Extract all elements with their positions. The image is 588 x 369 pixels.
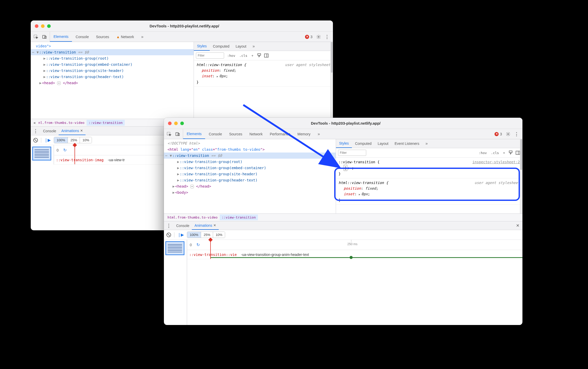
add-rule-button[interactable]: + xyxy=(502,150,506,155)
drawer-menu[interactable]: ⋮ xyxy=(31,129,40,133)
panel-icon[interactable] xyxy=(515,150,520,155)
anim-target: ::view-transition-imag xyxy=(54,158,106,162)
tab-console[interactable]: Console xyxy=(205,129,225,139)
drawer-close[interactable]: ✕ xyxy=(513,223,522,228)
clear-icon[interactable] xyxy=(33,138,38,143)
animation-groups xyxy=(31,145,54,165)
tab-sources[interactable]: Sources xyxy=(92,32,113,42)
device-icon[interactable] xyxy=(175,132,180,137)
drawer-tab-animations[interactable]: Animations✕ xyxy=(59,127,85,135)
crumb-html[interactable]: nl.from-thumbs.to-video xyxy=(36,120,87,126)
anim-thumb[interactable] xyxy=(166,242,184,255)
time-zero: 0 xyxy=(54,148,61,152)
replay-icon[interactable]: ↻ xyxy=(194,242,202,247)
close-icon[interactable]: ✕ xyxy=(213,223,216,227)
add-rule-button[interactable]: + xyxy=(250,53,255,58)
brush-icon[interactable] xyxy=(257,53,262,58)
traffic-lights xyxy=(168,122,184,125)
error-icon: ✕ xyxy=(495,132,499,136)
hov-button[interactable]: :hov xyxy=(226,53,236,58)
window-title: DevTools - http203-playlist.netlify.app/ xyxy=(55,24,313,28)
speed-25[interactable]: 25% xyxy=(68,137,80,143)
drawer-tab-console[interactable]: Console xyxy=(174,221,192,230)
filter-input[interactable] xyxy=(196,52,224,59)
minimize-dot[interactable] xyxy=(41,24,45,28)
subtab-layout[interactable]: Layout xyxy=(375,139,392,148)
dom-selected[interactable]: ⋯ ▼::view-transition == $0 xyxy=(31,49,194,55)
anim-name: -ua-view-transition-group-anim-header-te… xyxy=(241,253,309,257)
close-icon[interactable]: ✕ xyxy=(80,129,83,133)
subtab-styles[interactable]: Styles xyxy=(194,42,210,51)
css-rule-new[interactable]: inspector-stylesheet:2 ::view-transition… xyxy=(336,158,522,178)
svg-point-3 xyxy=(318,36,319,37)
panel-icon[interactable] xyxy=(264,53,269,58)
svg-rect-12 xyxy=(516,151,520,154)
crumb-html[interactable]: html.from-thumbs.to-video xyxy=(165,214,220,220)
annotation-arrow xyxy=(238,100,348,177)
tab-elements[interactable]: Elements xyxy=(183,129,205,139)
crumb-selected[interactable]: ::view-transition xyxy=(220,214,258,220)
inspect-icon[interactable] xyxy=(166,132,172,137)
drawer-tabs: ⋮ Console Animations✕ ✕ xyxy=(164,221,522,230)
subtab-computed[interactable]: Computed xyxy=(352,139,375,148)
error-count[interactable]: ✕3 xyxy=(495,132,502,136)
anim-target: ::view-transition::vie xyxy=(187,253,239,257)
time-zero: 0 xyxy=(187,243,194,247)
device-icon[interactable] xyxy=(42,34,47,39)
minimize-dot[interactable] xyxy=(174,122,178,125)
play-icon[interactable]: ❘▶ xyxy=(44,138,51,143)
play-icon[interactable]: ❘▶ xyxy=(177,232,184,237)
speed-10[interactable]: 10% xyxy=(80,137,92,143)
subtab-computed[interactable]: Computed xyxy=(210,42,233,51)
main-toolbar: Elements Console Sources ▲Network » ✕3 ⋮ xyxy=(31,32,333,42)
tab-elements[interactable]: Elements xyxy=(50,32,72,42)
zoom-dot[interactable] xyxy=(180,122,184,125)
subtab-more[interactable]: » xyxy=(249,42,258,51)
error-count[interactable]: ✕3 xyxy=(305,35,312,39)
speed-segment: 100% 25% 10% xyxy=(54,137,92,143)
css-rule-ua[interactable]: user agent stylesheet html::view-transit… xyxy=(336,178,522,205)
drawer-tab-animations[interactable]: Animations✕ xyxy=(192,221,218,230)
timeline[interactable]: 0 ↻ 250 ms ::view-transition::vie -ua-vi… xyxy=(187,240,522,325)
hov-button[interactable]: :hov xyxy=(478,150,488,155)
scrollbar[interactable] xyxy=(520,139,522,213)
speed-25[interactable]: 25% xyxy=(201,232,213,238)
keyframe-dot[interactable] xyxy=(350,256,353,259)
svg-rect-4 xyxy=(258,54,261,56)
anim-thumb[interactable] xyxy=(33,147,51,160)
gear-icon[interactable] xyxy=(316,34,321,39)
speed-10[interactable]: 10% xyxy=(213,232,225,238)
crumb-selected[interactable]: ::view-transition xyxy=(87,120,125,126)
more-tabs[interactable]: » xyxy=(138,32,147,42)
dom-tree[interactable]: video"> ⋯ ▼::view-transition == $0 ▶::vi… xyxy=(31,42,194,87)
drawer-tab-console[interactable]: Console xyxy=(40,127,59,135)
tab-network[interactable]: ▲Network xyxy=(113,32,138,42)
warning-icon: ▲ xyxy=(116,35,120,39)
styles-tabs: Styles Computed Layout » xyxy=(194,42,333,51)
replay-icon[interactable]: ↻ xyxy=(61,148,69,153)
error-icon: ✕ xyxy=(305,35,309,39)
kebab-icon[interactable]: ⋮ xyxy=(325,35,329,39)
speed-100[interactable]: 100% xyxy=(187,232,201,238)
clear-icon[interactable] xyxy=(166,233,171,237)
subtab-layout[interactable]: Layout xyxy=(233,42,249,51)
breadcrumb[interactable]: html.from-thumbs.to-video ::view-transit… xyxy=(164,213,522,221)
subtab-more[interactable]: » xyxy=(422,139,431,148)
crumb-scroll-left[interactable]: ◀ xyxy=(32,121,36,125)
inspect-icon[interactable] xyxy=(33,34,38,39)
css-rule-ua[interactable]: user agent stylesheet html::view-transit… xyxy=(194,60,333,87)
styles-tabs: Styles Computed Layout Event Listeners » xyxy=(336,139,522,148)
tab-console[interactable]: Console xyxy=(72,32,92,42)
gear-icon[interactable] xyxy=(506,132,511,137)
anim-name: -ua-view-tr xyxy=(108,158,125,162)
brush-icon[interactable] xyxy=(508,150,513,155)
cls-button[interactable]: .cls xyxy=(238,53,248,58)
kebab-icon[interactable]: ⋮ xyxy=(514,132,519,136)
subtab-event-listeners[interactable]: Event Listeners xyxy=(392,139,423,148)
drawer-menu[interactable]: ⋮ xyxy=(164,223,174,228)
speed-100[interactable]: 100% xyxy=(54,137,68,143)
close-dot[interactable] xyxy=(35,24,38,28)
zoom-dot[interactable] xyxy=(47,24,51,28)
close-dot[interactable] xyxy=(168,122,172,125)
cls-button[interactable]: .cls xyxy=(490,150,500,155)
